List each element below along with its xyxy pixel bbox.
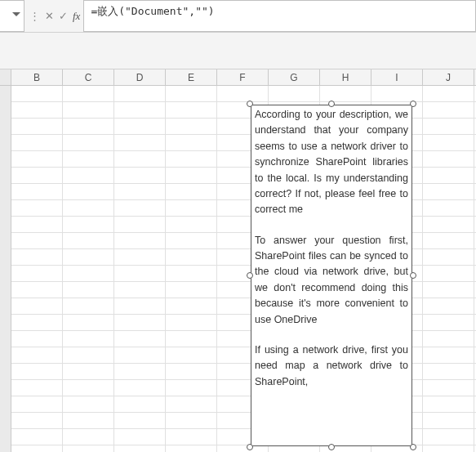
select-all-corner[interactable] (0, 69, 11, 85)
grid-cell[interactable] (166, 151, 217, 167)
grid-cell[interactable] (166, 233, 217, 248)
grid-cell[interactable] (166, 331, 217, 347)
resize-handle-top-right[interactable] (410, 101, 416, 107)
grid-cell[interactable] (11, 429, 63, 445)
grid-cell[interactable] (320, 86, 371, 101)
grid-cell[interactable] (423, 102, 474, 118)
grid-cell[interactable] (166, 347, 217, 363)
grid-cell[interactable] (423, 445, 474, 452)
col-header[interactable]: D (114, 69, 166, 85)
grid-cell[interactable] (114, 168, 166, 183)
grid-cell[interactable] (423, 266, 474, 281)
grid-cell[interactable] (63, 102, 114, 118)
grid-cell[interactable] (114, 86, 166, 101)
grid-cell[interactable] (63, 413, 114, 428)
grid-cell[interactable] (11, 396, 63, 412)
grid-cell[interactable] (371, 86, 423, 101)
cancel-icon[interactable]: ✕ (45, 10, 54, 22)
resize-handle-bottom-center[interactable] (328, 444, 335, 450)
grid-cell[interactable] (166, 200, 217, 216)
grid-cell[interactable] (63, 151, 114, 167)
grid-cell[interactable] (114, 135, 166, 150)
grid-cell[interactable] (114, 282, 166, 298)
grid-cell[interactable] (63, 396, 114, 412)
grid-cell[interactable] (63, 315, 114, 330)
grid-cell[interactable] (166, 102, 217, 118)
embedded-document-object[interactable]: According to your description, we unders… (251, 105, 412, 446)
grid-cell[interactable] (63, 135, 114, 150)
grid-cell[interactable] (11, 315, 63, 330)
grid-cell[interactable] (166, 282, 217, 298)
resize-handle-top-center[interactable] (328, 101, 335, 107)
grid-cell[interactable] (166, 119, 217, 134)
grid-cell[interactable] (114, 413, 166, 428)
col-header[interactable]: H (320, 69, 371, 85)
grid-cell[interactable] (11, 445, 63, 452)
grid-cell[interactable] (63, 364, 114, 379)
col-header[interactable]: I (371, 69, 423, 85)
grid-cell[interactable] (63, 347, 114, 363)
grid-cell[interactable] (63, 200, 114, 216)
fx-label[interactable]: fx (73, 0, 83, 32)
grid-cell[interactable] (423, 282, 474, 298)
grid-cell[interactable] (217, 86, 269, 101)
accept-icon[interactable]: ✓ (59, 10, 68, 22)
grid-cell[interactable] (423, 364, 474, 379)
grid-cell[interactable] (423, 233, 474, 248)
grid-cell[interactable] (423, 396, 474, 412)
grid-cell[interactable] (11, 282, 63, 298)
grid-cell[interactable] (11, 200, 63, 216)
grid-cell[interactable] (63, 233, 114, 248)
grid-cell[interactable] (423, 151, 474, 167)
grid-cell[interactable] (114, 217, 166, 232)
col-header[interactable]: B (11, 69, 63, 85)
grid-cell[interactable] (63, 282, 114, 298)
grid-cell[interactable] (11, 217, 63, 232)
resize-handle-bottom-left[interactable] (247, 444, 253, 450)
col-header[interactable]: E (166, 69, 217, 85)
grid-cell[interactable] (166, 249, 217, 265)
col-header[interactable]: C (63, 69, 114, 85)
grid-cell[interactable] (63, 331, 114, 347)
grid-cell[interactable] (114, 233, 166, 248)
grid-cell[interactable] (11, 413, 63, 428)
grid-cell[interactable] (166, 315, 217, 330)
grid-cell[interactable] (11, 266, 63, 281)
grid-cell[interactable] (11, 102, 63, 118)
grid-cell[interactable] (11, 86, 63, 101)
grid-cell[interactable] (423, 298, 474, 314)
grid-cell[interactable] (11, 119, 63, 134)
formula-input[interactable] (89, 4, 470, 18)
resize-handle-middle-left[interactable] (247, 272, 253, 279)
grid-cell[interactable] (11, 347, 63, 363)
grid-cell[interactable] (63, 119, 114, 134)
grid-cell[interactable] (63, 445, 114, 452)
grid-cell[interactable] (423, 86, 474, 101)
grid-cell[interactable] (166, 168, 217, 183)
grid-cell[interactable] (114, 200, 166, 216)
grid-cell[interactable] (166, 135, 217, 150)
grid-cell[interactable] (166, 396, 217, 412)
grid-cell[interactable] (423, 315, 474, 330)
resize-handle-bottom-right[interactable] (410, 444, 416, 450)
grid-cell[interactable] (11, 331, 63, 347)
grid-cell[interactable] (269, 86, 320, 101)
grid-cell[interactable] (114, 266, 166, 281)
grid-cell[interactable] (423, 347, 474, 363)
grid-cell[interactable] (63, 217, 114, 232)
grid-cell[interactable] (269, 445, 320, 452)
grid-cell[interactable] (166, 380, 217, 396)
grid-cell[interactable] (166, 445, 217, 452)
grid-cell[interactable] (63, 184, 114, 199)
grid-cell[interactable] (166, 86, 217, 101)
grid-cell[interactable] (114, 315, 166, 330)
grid-cell[interactable] (166, 429, 217, 445)
grid-cell[interactable] (423, 135, 474, 150)
grid-cell[interactable] (114, 380, 166, 396)
grid-cell[interactable] (11, 135, 63, 150)
grid-cell[interactable] (217, 445, 269, 452)
grid-cell[interactable] (423, 331, 474, 347)
grid-cell[interactable] (114, 347, 166, 363)
grid-cell[interactable] (166, 217, 217, 232)
grid-cell[interactable] (114, 364, 166, 379)
